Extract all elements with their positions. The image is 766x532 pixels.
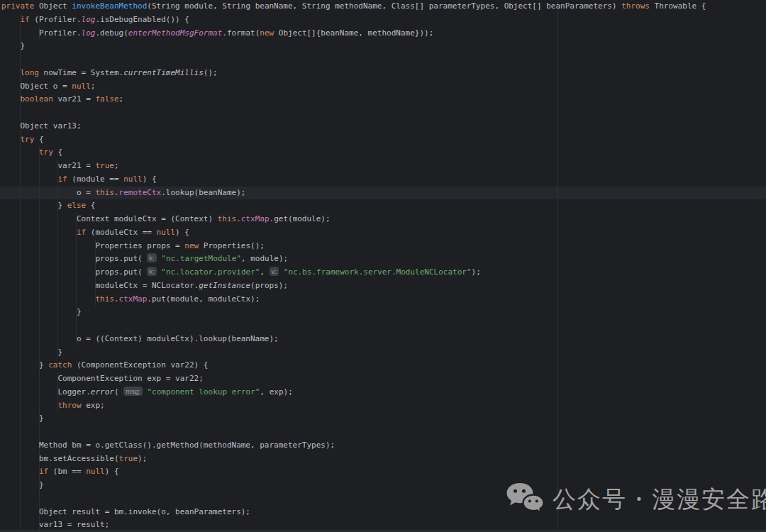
code-token [1, 174, 57, 184]
code-token [1, 94, 21, 104]
code-token: var21 = [53, 94, 96, 104]
code-line[interactable]: Method bm = o.getClass().getMethod(metho… [1, 439, 706, 453]
code-token: Properties props = [1, 241, 184, 250]
code-token: (String module, String beanName, String … [147, 1, 621, 11]
code-token: (props); [250, 281, 288, 290]
code-line[interactable]: props.put( k: "nc.locator.provider", v: … [1, 266, 706, 279]
code-token: ; [119, 94, 124, 104]
code-line[interactable] [1, 426, 706, 439]
code-line[interactable]: if (Profiler.log.isDebugEnabled()) { [1, 13, 706, 27]
code-line[interactable]: try { [1, 146, 706, 160]
code-token: remoteCtx [119, 188, 162, 197]
code-token: invokeBeanMethod [72, 1, 147, 11]
code-line[interactable]: var21 = true; [1, 160, 706, 173]
code-token: if [77, 228, 86, 237]
code-token: (moduleCtx == [86, 228, 156, 237]
code-token: true [95, 161, 114, 170]
code-token: log [82, 15, 96, 24]
code-line[interactable]: Logger.error( msg: "component lookup err… [1, 386, 706, 399]
code-line[interactable]: ComponentException exp = var22; [1, 372, 706, 386]
code-line[interactable]: long nowTime = System.currentTimeMillis(… [1, 67, 706, 80]
code-token: "nc.locator.provider" [161, 267, 260, 277]
code-token: } [1, 414, 44, 423]
code-line[interactable]: Object var13; [1, 120, 706, 133]
code-token [1, 148, 39, 157]
code-token: ctxMap [119, 294, 148, 304]
code-token: ) { [105, 467, 119, 476]
code-token: } [1, 480, 44, 489]
code-line[interactable]: if (module == null) { [1, 173, 706, 187]
code-token: null [72, 82, 91, 91]
code-token [1, 467, 39, 476]
code-token: true [119, 454, 138, 463]
code-token: null [123, 174, 143, 184]
code-line[interactable]: Object o = null; [1, 80, 706, 94]
code-token [1, 135, 21, 144]
code-token: new [184, 241, 199, 250]
code-line[interactable]: } [1, 40, 706, 53]
code-token: Context moduleCtx = (Context) [1, 214, 218, 223]
code-token: Profiler. [1, 28, 82, 38]
code-token [1, 68, 21, 77]
code-token: (module == [67, 174, 123, 184]
code-token: } [1, 307, 82, 316]
code-token: props.put( [1, 254, 147, 263]
code-token: . [114, 294, 119, 304]
code-token: log [82, 28, 96, 38]
code-token: (Profiler. [30, 15, 82, 24]
code-line[interactable] [1, 53, 706, 67]
code-token: props.put( [1, 267, 147, 277]
code-token: var13 = result; [1, 520, 109, 529]
code-line[interactable]: } [1, 306, 706, 319]
code-line[interactable] [1, 106, 706, 120]
code-token [1, 228, 77, 237]
code-token: ); [472, 267, 481, 277]
code-line[interactable]: moduleCtx = NCLocator.getInstance(props)… [1, 279, 706, 293]
code-token: } [1, 201, 67, 210]
code-token: currentTimeMillis [123, 68, 204, 77]
code-line[interactable]: Properties props = new Properties(); [1, 240, 706, 253]
code-token: try [39, 148, 53, 157]
code-area[interactable]: private Object invokeBeanMethod(String m… [1, 0, 706, 532]
code-token: Object [34, 1, 72, 11]
code-token: this [95, 188, 114, 197]
code-line[interactable]: } [1, 412, 706, 426]
code-token: null [157, 228, 176, 237]
code-token: new [260, 28, 274, 38]
code-token: .get(module); [270, 214, 331, 223]
code-line[interactable]: if (bm == null) { [1, 465, 706, 479]
code-token: Object[]{beanName, methodName})); [274, 28, 433, 38]
code-token: throw [57, 401, 81, 410]
code-line[interactable]: Context moduleCtx = (Context) this.ctxMa… [1, 213, 706, 226]
code-token [1, 15, 21, 24]
code-line[interactable]: Profiler.log.debug(enterMethodMsgFormat.… [1, 27, 706, 40]
code-token: Object o = [1, 82, 72, 91]
code-editor[interactable]: private Object invokeBeanMethod(String m… [0, 0, 766, 532]
code-line[interactable]: if (moduleCtx == null) { [1, 226, 706, 240]
code-line[interactable]: try { [1, 133, 706, 147]
code-line[interactable]: this.ctxMap.put(module, moduleCtx); [1, 293, 706, 306]
code-token: ; [114, 161, 119, 170]
code-line[interactable]: o = this.remoteCtx.lookup(beanName); [1, 187, 706, 200]
code-token: bm.setAccessible( [1, 454, 119, 463]
code-line[interactable]: } else { [1, 199, 706, 213]
code-token: try [21, 135, 35, 144]
code-line[interactable]: private Object invokeBeanMethod(String m… [1, 0, 706, 13]
code-line[interactable]: } [1, 346, 706, 360]
code-token: (ComponentException var22) { [72, 360, 208, 370]
code-line[interactable] [1, 319, 706, 333]
code-token: ); [138, 454, 147, 463]
code-token: .lookup(beanName); [161, 188, 245, 197]
code-line[interactable]: props.put( k: "nc.targetModule", module)… [1, 253, 706, 266]
code-line[interactable]: boolean var21 = false; [1, 93, 706, 106]
code-token: } [1, 348, 62, 357]
code-line[interactable]: } catch (ComponentException var22) { [1, 359, 706, 372]
watermark-text: 公众号・漫漫安全路 [553, 484, 766, 516]
code-line[interactable]: bm.setAccessible(true); [1, 453, 706, 466]
code-token: Logger. [1, 387, 91, 397]
code-token: { [34, 135, 43, 144]
code-line[interactable]: throw exp; [1, 399, 706, 413]
code-token [279, 267, 284, 277]
code-token: enterMethodMsgFormat [128, 28, 222, 38]
code-line[interactable]: o = ((Context) moduleCtx).lookup(beanNam… [1, 333, 706, 346]
